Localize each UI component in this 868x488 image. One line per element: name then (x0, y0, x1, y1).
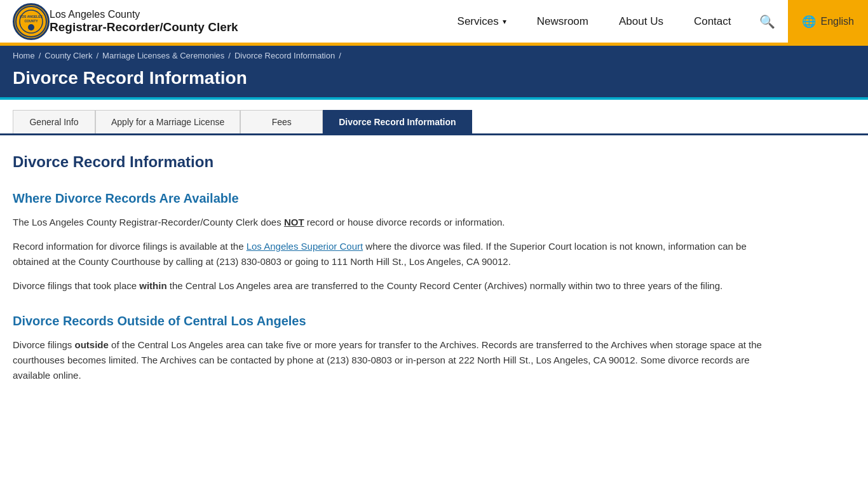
language-label: English (821, 16, 854, 27)
section1-title: Where Divorce Records Are Available (13, 191, 775, 206)
section1-para3-bold: within (139, 280, 166, 291)
tab-apply-marriage-license[interactable]: Apply for a Marriage License (95, 110, 240, 133)
section1-para2: Record information for divorce filings i… (13, 239, 775, 269)
section2-para1-pre: Divorce filings (13, 339, 75, 350)
search-icon: 🔍 (759, 14, 775, 29)
content-section-title: Divorce Record Information (13, 153, 775, 171)
breadcrumb-marriage-licenses[interactable]: Marriage Licenses & Ceremonies (102, 51, 224, 60)
breadcrumb-sep-4: / (339, 51, 341, 60)
nav-newsroom[interactable]: Newsroom (522, 0, 604, 43)
svg-text:COUNTY: COUNTY (24, 19, 38, 23)
section2-para1-bold: outside (75, 339, 109, 350)
globe-icon: 🌐 (802, 15, 816, 29)
main-nav: Services ▾ Newsroom About Us Contact 🔍 🌐… (286, 0, 868, 43)
tab-general-info[interactable]: General Info (13, 110, 95, 133)
breadcrumb-sep-1: / (39, 51, 41, 60)
main-content: Divorce Record Information Where Divorce… (0, 135, 788, 429)
section1-para3-pre: Divorce filings that took place (13, 280, 139, 291)
content-main-title: Divorce Record Information (13, 153, 775, 171)
page-title: Divorce Record Information (13, 64, 855, 97)
nav-services[interactable]: Services ▾ (442, 0, 522, 43)
nav-about-us[interactable]: About Us (604, 0, 679, 43)
svg-point-4 (28, 24, 34, 30)
section2-para1-post: of the Central Los Angeles area can take… (13, 339, 762, 381)
tab-list: General Info Apply for a Marriage Licens… (13, 110, 855, 133)
svg-text:LOS ANGELES: LOS ANGELES (20, 15, 43, 18)
section1-para1-not: NOT (284, 217, 304, 227)
tab-divorce-record-information[interactable]: Divorce Record Information (323, 110, 471, 133)
org-name-line1: Los Angeles County (50, 9, 238, 20)
org-logo: LOS ANGELES COUNTY (13, 3, 50, 40)
nav-contact[interactable]: Contact (679, 0, 747, 43)
section2-para1: Divorce filings outside of the Central L… (13, 337, 775, 383)
tabs-container: General Info Apply for a Marriage Licens… (0, 100, 868, 135)
site-header: LOS ANGELES COUNTY Los Angeles County Re… (0, 0, 868, 46)
section2-title: Divorce Records Outside of Central Los A… (13, 314, 775, 329)
section-where-records: Where Divorce Records Are Available The … (13, 191, 775, 294)
breadcrumb-current: Divorce Record Information (234, 51, 335, 60)
tab-fees[interactable]: Fees (240, 110, 323, 133)
section1-para1: The Los Angeles County Registrar-Recorde… (13, 215, 775, 230)
brand-area: LOS ANGELES COUNTY Los Angeles County Re… (0, 0, 286, 43)
superior-court-link[interactable]: Los Angeles Superior Court (247, 241, 363, 252)
breadcrumb-county-clerk[interactable]: County Clerk (44, 51, 92, 60)
breadcrumb-sep-3: / (228, 51, 231, 60)
search-button[interactable]: 🔍 (747, 0, 788, 43)
section1-para3-post: the Central Los Angeles area are transfe… (167, 280, 723, 291)
section1-para2-pre: Record information for divorce filings i… (13, 241, 247, 252)
section1-para3: Divorce filings that took place within t… (13, 278, 775, 294)
breadcrumb-sep-2: / (96, 51, 98, 60)
language-selector[interactable]: 🌐 English (788, 0, 868, 43)
section-outside-central-la: Divorce Records Outside of Central Los A… (13, 314, 775, 383)
section1-para1-post: record or house divorce records or infor… (304, 217, 505, 227)
org-name-line2: Registrar-Recorder/County Clerk (50, 20, 238, 34)
org-title: Los Angeles County Registrar-Recorder/Co… (50, 9, 238, 34)
breadcrumb-section: Home / County Clerk / Marriage Licenses … (0, 46, 868, 97)
breadcrumb-home[interactable]: Home (13, 51, 35, 60)
breadcrumb: Home / County Clerk / Marriage Licenses … (13, 51, 855, 60)
chevron-down-icon: ▾ (503, 17, 506, 26)
section1-para1-pre: The Los Angeles County Registrar-Recorde… (13, 217, 284, 227)
